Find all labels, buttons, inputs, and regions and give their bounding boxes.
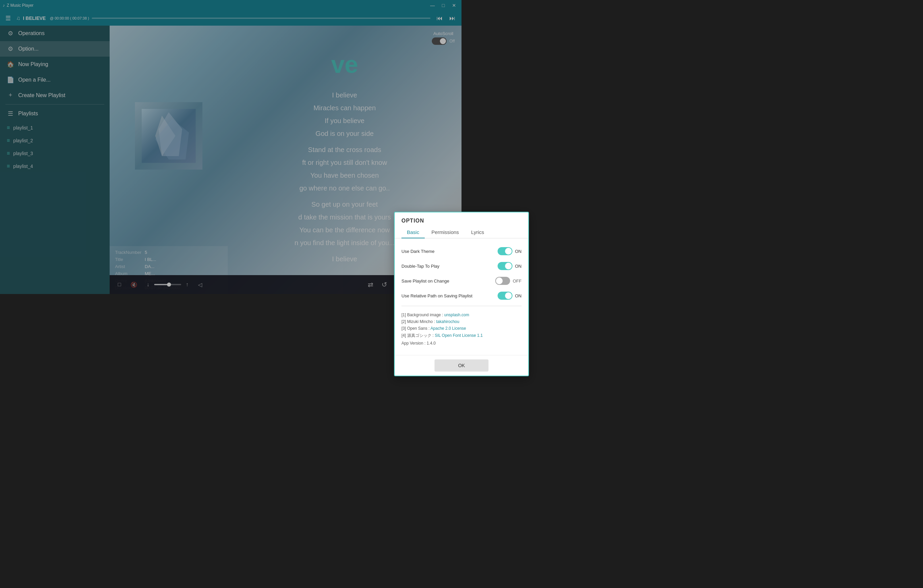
option-label-double-tap: Double-Tap To Play bbox=[401, 264, 440, 269]
tab-basic[interactable]: Basic bbox=[401, 226, 425, 238]
option-label-save-playlist: Save Playlist on Change bbox=[401, 278, 449, 283]
option-label-dark-theme: Use Dark Theme bbox=[401, 249, 435, 254]
option-dialog: OPTION Basic Permissions Lyrics Use Dark… bbox=[394, 212, 462, 294]
modal-overlay[interactable]: OPTION Basic Permissions Lyrics Use Dark… bbox=[0, 0, 462, 294]
option-row-relative-path: Use Relative Path on Saving Playlist ON bbox=[401, 288, 462, 294]
dialog-body: Use Dark Theme ON Double-Tap To Play ON … bbox=[395, 238, 462, 294]
option-row-dark-theme: Use Dark Theme ON bbox=[401, 244, 462, 259]
dialog-title: OPTION bbox=[395, 213, 462, 226]
option-label-relative-path: Use Relative Path on Saving Playlist bbox=[401, 293, 462, 294]
dialog-tabs: Basic Permissions Lyrics bbox=[395, 226, 462, 238]
option-row-double-tap: Double-Tap To Play ON bbox=[401, 259, 462, 274]
tab-permissions[interactable]: Permissions bbox=[426, 226, 462, 238]
option-row-save-playlist: Save Playlist on Change OFF bbox=[401, 274, 462, 288]
